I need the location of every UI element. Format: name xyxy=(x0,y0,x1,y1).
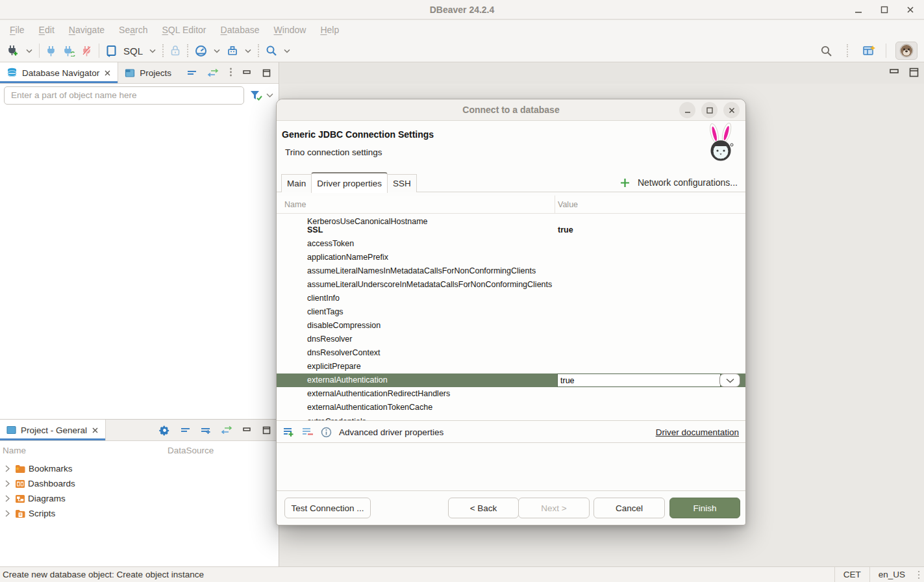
status-message: Create new database object: Create objec… xyxy=(3,570,204,579)
panel-maximize-icon[interactable] xyxy=(262,69,271,77)
panel-minimize-icon[interactable] xyxy=(243,70,252,76)
property-row-externalAuthentication[interactable]: externalAuthentication xyxy=(277,373,745,387)
column-header-name[interactable]: Name xyxy=(284,200,306,209)
property-row-applicationNamePrefix[interactable]: applicationNamePrefix xyxy=(277,251,745,264)
link-with-editor-icon[interactable] xyxy=(221,426,232,434)
panel-minimize-icon[interactable] xyxy=(243,427,252,433)
property-row-dnsResolver[interactable]: dnsResolver xyxy=(277,333,745,346)
new-connection-dropdown-icon[interactable] xyxy=(26,49,32,53)
property-row-KerberosUseCanonicalHostname[interactable]: KerberosUseCanonicalHostname xyxy=(277,214,745,223)
property-row-extraCredentials[interactable]: extraCredentials xyxy=(277,414,745,420)
perspective-icon[interactable] xyxy=(862,44,877,57)
link-with-editor-icon[interactable] xyxy=(207,69,219,77)
window-minimize-button[interactable] xyxy=(854,5,863,14)
editor-maximize-icon[interactable] xyxy=(909,68,919,77)
column-header-value[interactable]: Value xyxy=(558,200,578,209)
menu-search[interactable]: Search xyxy=(112,25,155,35)
property-row-clientTags[interactable]: clientTags xyxy=(277,305,745,319)
dialog-tab-main[interactable]: Main xyxy=(281,174,312,192)
sql-editor-dropdown-icon[interactable] xyxy=(149,49,156,53)
menu-sql-editor[interactable]: SQL Editor xyxy=(155,25,214,35)
dialog-titlebar[interactable]: Connect to a database xyxy=(277,99,745,121)
tab-close-icon[interactable] xyxy=(92,427,99,434)
project-general-panel: Project - General xyxy=(0,419,279,566)
locale-indicator[interactable]: en_US xyxy=(869,567,914,582)
add-property-icon[interactable] xyxy=(283,427,295,437)
window-maximize-button[interactable] xyxy=(880,5,889,14)
tree-item-diagrams[interactable]: Diagrams xyxy=(0,491,279,506)
search-metadata-icon[interactable] xyxy=(266,45,277,57)
menu-navigate[interactable]: Navigate xyxy=(62,25,112,35)
cancel-button[interactable]: Cancel xyxy=(593,498,665,518)
filter-funnel-icon[interactable] xyxy=(249,90,262,101)
value-dropdown-button[interactable] xyxy=(719,373,740,387)
filter-dropdown-icon[interactable] xyxy=(266,93,273,98)
chevron-right-icon[interactable] xyxy=(2,480,12,487)
reconnect-icon[interactable] xyxy=(63,45,75,57)
quick-search-icon[interactable] xyxy=(820,45,832,57)
view-menu-icon[interactable] xyxy=(229,68,232,78)
remove-property-icon[interactable] xyxy=(302,427,314,437)
connect-icon[interactable] xyxy=(46,45,56,57)
timezone-indicator[interactable]: CET xyxy=(834,567,869,582)
property-row-assumeLiteralUnderscoreInMetadataCallsForNonConformingClients[interactable]: assumeLiteralUnderscoreInMetadataCallsFo… xyxy=(277,278,745,292)
dialog-tab-ssh[interactable]: SSH xyxy=(387,174,417,192)
property-row-externalAuthenticationTokenCache[interactable]: externalAuthenticationTokenCache xyxy=(277,401,745,414)
commit-mode-dropdown-icon[interactable] xyxy=(245,49,251,53)
chevron-right-icon[interactable] xyxy=(2,510,12,517)
disconnect-icon[interactable] xyxy=(82,45,92,57)
property-row-clientInfo[interactable]: clientInfo xyxy=(277,292,745,305)
user-avatar[interactable] xyxy=(895,42,918,60)
dialog-minimize-button[interactable] xyxy=(679,102,695,118)
menu-file[interactable]: File xyxy=(3,25,32,35)
editor-minimize-icon[interactable] xyxy=(890,68,900,77)
back-button[interactable]: < Back xyxy=(448,498,519,518)
window-close-button[interactable] xyxy=(906,5,915,14)
tree-item-bookmarks[interactable]: Bookmarks xyxy=(0,461,279,476)
column-header-datasource[interactable]: DataSource xyxy=(168,446,214,455)
dashboard-dropdown-icon[interactable] xyxy=(214,49,220,53)
property-row-SSL[interactable]: SSLtrue xyxy=(277,223,745,237)
property-row-accessToken[interactable]: accessToken xyxy=(277,237,745,251)
tree-item-dashboards[interactable]: Dashboards xyxy=(0,476,279,491)
menu-edit[interactable]: Edit xyxy=(32,25,62,35)
test-connection-button[interactable]: Test Connection ... xyxy=(284,498,371,518)
panel-maximize-icon[interactable] xyxy=(262,426,271,435)
sql-editor-icon[interactable] xyxy=(106,45,117,57)
tab-close-icon[interactable] xyxy=(104,70,111,77)
dialog-close-button[interactable] xyxy=(723,102,740,118)
menu-window[interactable]: Window xyxy=(267,25,314,35)
dashboard-gauge-icon[interactable] xyxy=(195,45,207,57)
search-dropdown-icon[interactable] xyxy=(284,49,290,53)
property-row-dnsResolverContext[interactable]: dnsResolverContext xyxy=(277,346,745,360)
tree-item-scripts[interactable]: Scripts xyxy=(0,506,279,521)
expand-all-icon[interactable] xyxy=(201,425,210,435)
chevron-right-icon[interactable] xyxy=(2,495,12,502)
menu-database[interactable]: Database xyxy=(214,25,267,35)
network-configurations-button[interactable]: Network configurations... xyxy=(620,173,738,192)
settings-gear-icon[interactable] xyxy=(159,425,170,436)
property-row-externalAuthenticationRedirectHandlers[interactable]: externalAuthenticationRedirectHandlers xyxy=(277,387,745,401)
lock-icon[interactable] xyxy=(170,45,181,57)
tab-project-general[interactable]: Project - General xyxy=(0,420,106,440)
object-filter-input[interactable] xyxy=(4,86,244,105)
column-header-name[interactable]: Name xyxy=(0,446,168,455)
property-row-disableCompression[interactable]: disableCompression xyxy=(277,319,745,333)
collapse-all-icon[interactable] xyxy=(187,70,197,76)
dialog-tab-driver-properties[interactable]: Driver properties xyxy=(311,172,388,193)
new-connection-icon[interactable] xyxy=(6,45,19,57)
property-value-editor[interactable] xyxy=(557,373,721,387)
collapse-all-icon[interactable] xyxy=(181,427,190,433)
driver-documentation-link[interactable]: Driver documentation xyxy=(656,427,739,437)
menu-help[interactable]: Help xyxy=(313,25,346,35)
chevron-right-icon[interactable] xyxy=(2,465,12,472)
commit-mode-icon[interactable] xyxy=(227,45,238,57)
status-menu-icon[interactable] xyxy=(914,570,924,579)
property-row-explicitPrepare[interactable]: explicitPrepare xyxy=(277,360,745,373)
tab-projects[interactable]: Projects xyxy=(118,62,178,83)
finish-button[interactable]: Finish xyxy=(669,498,740,518)
dialog-maximize-button[interactable] xyxy=(701,102,718,118)
property-row-assumeLiteralNamesInMetadataCallsForNonConformingClients[interactable]: assumeLiteralNamesInMetadataCallsForNonC… xyxy=(277,264,745,278)
tab-database-navigator[interactable]: Database Navigator xyxy=(0,62,118,83)
sql-editor-label[interactable]: SQL xyxy=(123,45,143,57)
